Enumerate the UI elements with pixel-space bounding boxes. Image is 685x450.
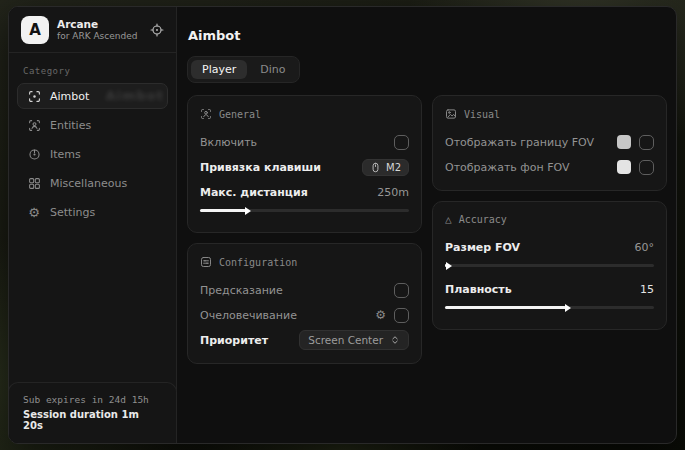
keybind-label: Привязка клавиши [200,161,321,174]
category-label: Category [9,53,176,83]
fov-size-row: Размер FOV 60° [445,237,654,257]
fov-size-value: 60° [635,241,655,254]
configuration-card: Configuration Предсказание Очеловечивани… [187,243,422,364]
sidebar-footer: Sub expires in 24d 15h Session duration … [8,382,177,443]
target-icon[interactable] [150,23,164,37]
chevron-up-down-icon [390,335,400,345]
priority-label: Приоритет [200,334,268,347]
prediction-label: Предсказание [200,284,283,297]
card-title: Visual [464,109,500,120]
sidebar-item-label: Entities [50,119,91,132]
prediction-row: Предсказание [200,280,409,300]
humanization-row: Очеловечивание ⚙ [200,305,409,325]
general-card: General Включить Привязка клавиши [187,95,422,233]
smoothness-row: Плавность 15 [445,279,654,299]
priority-selected-value: Screen Center [308,334,383,346]
tab-bar: Player Dino [187,56,300,83]
crosshair-scan-icon [27,90,41,103]
sidebar-item-label: Aimbot [50,90,89,103]
slider-fill [200,209,246,212]
fov-size-slider[interactable] [445,264,654,267]
sidebar-item-label: Settings [50,206,95,219]
smoothness-slider[interactable] [445,306,654,309]
tab-player[interactable]: Player [191,60,247,79]
item-orb-icon [27,148,41,161]
fov-border-checkbox[interactable] [639,135,654,150]
grid-icon [27,177,41,190]
card-title: General [219,109,261,120]
fov-background-label: Отображать фон FOV [445,161,569,174]
slider-fill [445,264,447,267]
accuracy-card: △ Accuracy Размер FOV 60° Плавность [432,201,667,330]
visual-card: Visual Отображать границу FOV Отображать… [432,95,667,191]
max-distance-slider[interactable] [200,209,409,212]
max-distance-label: Макс. дистанция [200,186,308,199]
accuracy-triangle-icon: △ [445,214,452,225]
prediction-checkbox[interactable] [394,283,409,298]
keybind-row: Привязка клавиши M2 [200,157,409,177]
sidebar-item-settings[interactable]: ⚙ Settings [17,199,168,225]
session-duration: Session duration 1m 20s [23,409,162,431]
sidebar-item-aimbot[interactable]: Aimbot Aimbot [17,83,168,109]
priority-row: Приоритет Screen Center [200,330,409,350]
smoothness-label: Плавность [445,283,512,296]
card-columns: General Включить Привязка клавиши [187,95,667,364]
fov-background-color-swatch[interactable] [617,160,631,174]
app-subtitle: for ARK Ascended [57,31,137,41]
app-name: Arcane [57,18,137,30]
aimbot-watermark: Aimbot [105,88,164,103]
slider-thumb[interactable] [446,262,452,270]
humanization-checkbox[interactable] [394,308,409,323]
subscription-expiry: Sub expires in 24d 15h [23,394,162,405]
enable-checkbox[interactable] [394,135,409,150]
main-content: Aimbot Player Dino General [177,7,677,443]
fov-background-row: Отображать фон FOV [445,157,654,177]
mouse-icon [370,162,381,173]
fov-background-checkbox[interactable] [639,160,654,175]
general-scan-icon [200,108,212,120]
fov-border-label: Отображать границу FOV [445,136,594,149]
enable-row: Включить [200,132,409,152]
fov-border-color-swatch[interactable] [617,135,631,149]
sidebar-item-items[interactable]: Items [17,141,168,167]
sidebar-item-miscellaneous[interactable]: Miscellaneous [17,170,168,196]
sidebar-item-label: Miscellaneous [50,177,127,190]
slider-thumb[interactable] [565,304,571,312]
enable-label: Включить [200,136,257,149]
cheat-menu-window: A Arcane for ARK Ascended Category [8,6,677,444]
sidebar-nav: Aimbot Aimbot Entities Items [9,83,176,225]
card-title: Configuration [219,257,297,268]
priority-select[interactable]: Screen Center [299,330,409,350]
app-logo: A [21,16,49,44]
fov-border-row: Отображать границу FOV [445,132,654,152]
max-distance-value: 250m [377,186,409,199]
sidebar-item-entities[interactable]: Entities [17,112,168,138]
smoothness-value: 15 [640,283,654,296]
visual-image-icon [445,108,457,120]
configuration-icon [200,256,212,268]
gear-icon: ⚙ [27,206,41,219]
fov-size-label: Размер FOV [445,241,520,254]
humanization-label: Очеловечивание [200,309,297,322]
sidebar-item-label: Items [50,148,81,161]
keybind-value: M2 [386,162,401,173]
tab-dino[interactable]: Dino [249,60,296,79]
card-title: Accuracy [459,214,507,225]
keybind-button[interactable]: M2 [362,159,409,176]
page-title: Aimbot [188,28,667,43]
slider-fill [445,306,566,309]
slider-thumb[interactable] [245,207,251,215]
humanization-gear-icon[interactable]: ⚙ [375,309,386,321]
max-distance-row: Макс. дистанция 250m [200,182,409,202]
sidebar: A Arcane for ARK Ascended Category [9,7,177,443]
sidebar-header: A Arcane for ARK Ascended [9,7,176,53]
entity-scan-icon [27,119,41,132]
